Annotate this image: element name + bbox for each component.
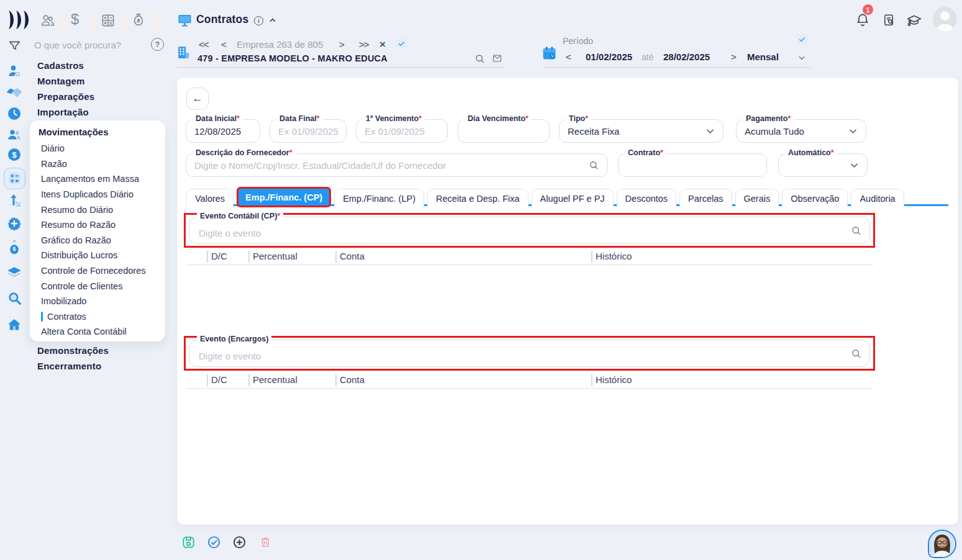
people-module-icon[interactable] [40, 12, 56, 29]
money-bag-icon[interactable]: $ [7, 239, 22, 256]
period-prev-button[interactable]: < [566, 52, 571, 62]
column-historico: Histórico [596, 374, 632, 385]
tab-receita-e-desp-fixa[interactable]: Receita e Desp. Fixa [427, 189, 529, 207]
company-last-button[interactable]: >> [359, 39, 369, 50]
evento-cp-table-header: D/C Percentual Conta Histórico [186, 250, 873, 265]
support-chat-avatar[interactable] [928, 530, 956, 558]
period-until-label: até [642, 52, 653, 62]
app-logo[interactable] [6, 9, 30, 30]
submenu-item-altera-conta-contabil[interactable]: Altera Conta Contábil [39, 324, 165, 340]
sidebar-item-demonstracoes[interactable]: Demonstrações [37, 345, 109, 356]
submenu-item-itens-duplicados-diario[interactable]: Itens Duplicados Diário [39, 187, 165, 202]
sidebar-search-input[interactable]: O que você procura? [34, 40, 146, 50]
tab-observacao[interactable]: Observação [782, 189, 848, 207]
filter-icon[interactable] [8, 39, 21, 52]
graduation-cap-icon[interactable] [905, 12, 923, 29]
delete-button[interactable] [259, 535, 272, 549]
search-icon[interactable] [850, 225, 861, 236]
company-clear-button[interactable]: × [379, 38, 385, 51]
user-avatar[interactable] [933, 7, 957, 31]
period-mode-select[interactable]: Mensal [747, 52, 779, 62]
help-icon[interactable]: ? [151, 38, 164, 51]
tab-parcelas[interactable]: Parcelas [679, 189, 732, 207]
tab-aluguel-pf-e-pj[interactable]: Aluguel PF e PJ [532, 189, 614, 207]
calculator-module-icon[interactable] [100, 12, 116, 29]
company-search-icon[interactable] [474, 53, 486, 65]
company-checkbox[interactable] [396, 38, 407, 49]
info-icon[interactable]: i [254, 16, 263, 25]
submenu-item-imobilizado[interactable]: Imobilizado [39, 294, 165, 309]
back-button[interactable]: ← [186, 88, 209, 110]
confirm-button[interactable] [207, 535, 221, 549]
moneybag-module-icon[interactable] [130, 12, 147, 28]
search-icon[interactable] [588, 160, 599, 171]
sidebar-item-montagem[interactable]: Montagem [37, 76, 85, 86]
company-mail-icon[interactable] [491, 53, 503, 63]
data-final-field[interactable]: Data Final* Ex 01/09/2025 [270, 119, 347, 143]
search-icon[interactable] [850, 348, 861, 359]
submenu-item-controle-de-clientes[interactable]: Controle de Clientes [39, 278, 165, 294]
save-button[interactable] [181, 535, 196, 549]
calculator-icon-active[interactable] [4, 168, 25, 189]
column-historico: Histórico [596, 251, 632, 261]
document-search-icon[interactable] [882, 12, 896, 28]
tab-descontos[interactable]: Descontos [617, 189, 677, 207]
dollar-circle-icon[interactable]: $ [7, 147, 22, 162]
dollar-module-icon[interactable]: $ [71, 11, 87, 27]
submenu-item-resumo-do-razao[interactable]: Resumo do Razão [39, 217, 165, 233]
layers-icon[interactable] [6, 266, 22, 280]
tab-emp-financ-lp[interactable]: Emp./Financ. (LP) [334, 189, 424, 207]
sidebar-item-cadastros[interactable]: Cadastros [37, 60, 84, 71]
user-gear-icon[interactable] [7, 63, 22, 78]
tab-auditoria[interactable]: Auditoria [851, 189, 904, 207]
submenu-item-grafico-do-razao[interactable]: Gráfico do Razão [39, 233, 165, 248]
sidebar-item-importacao[interactable]: Importação [37, 107, 89, 117]
dia-vencimento-field[interactable]: Dia Vencimento* [458, 119, 550, 143]
submenu-item-distribuicao-lucros[interactable]: Distribuição Lucros [39, 248, 165, 263]
trend-percent-icon[interactable] [7, 192, 22, 209]
sidebar-item-movimentacoes[interactable]: Movimentações [39, 127, 165, 137]
data-inicial-field[interactable]: Data Inicial* 12/08/2025 [186, 119, 260, 143]
company-first-button[interactable]: << [199, 39, 209, 50]
tipo-select[interactable]: Tipo* Receita Fixa [559, 119, 724, 143]
period-checkbox[interactable] [797, 34, 807, 45]
tab-gerais[interactable]: Gerais [735, 189, 779, 207]
users-icon[interactable] [6, 127, 22, 142]
clock-icon[interactable] [7, 106, 22, 121]
search-module-icon[interactable] [7, 291, 22, 306]
period-end-date[interactable]: 28/02/2025 [663, 52, 710, 62]
descricao-fornecedor-field[interactable]: Descrição do Fornecedor* Digite o Nome/C… [186, 153, 608, 177]
evento-contabil-cp-field[interactable]: Evento Contábil (CP)* Digite o evento [189, 217, 870, 244]
handshake-icon[interactable] [6, 86, 23, 100]
submenu-item-contratos-active[interactable]: Contratos [39, 309, 165, 325]
company-next-button[interactable]: > [339, 39, 344, 50]
collapse-chevron-up-icon[interactable] [268, 16, 278, 25]
sidebar-item-encerramento[interactable]: Encerramento [37, 361, 101, 371]
active-item-indicator [41, 312, 43, 322]
submenu-item-lancamentos-em-massa[interactable]: Lançamentos em Massa [39, 171, 165, 187]
home-icon[interactable] [6, 317, 22, 332]
add-button[interactable] [232, 535, 247, 549]
period-mode-chevron-down-icon[interactable] [796, 53, 807, 62]
notification-badge: 1 [863, 4, 873, 15]
gear-icon[interactable] [6, 215, 22, 232]
tab-emp-financ-cp[interactable]: Emp./Financ. (CP) [237, 187, 331, 207]
primeiro-vencimento-field[interactable]: 1º Vencimento* Ex 01/09/2025 [356, 119, 448, 143]
period-start-date[interactable]: 01/02/2025 [586, 52, 632, 62]
contrato-field[interactable]: Contrato* [618, 153, 767, 177]
evento-encargos-field[interactable]: Evento (Encargos) Digite o evento [189, 340, 870, 367]
company-prev-button[interactable]: < [221, 39, 226, 50]
automatico-select[interactable]: Automático* [778, 153, 868, 177]
sidebar-item-preparacoes[interactable]: Preparações [37, 91, 94, 102]
tab-valores[interactable]: Valores [186, 189, 234, 207]
column-percentual: Percentual [253, 251, 297, 261]
period-next-button[interactable]: > [731, 52, 736, 62]
company-counter: Empresa 263 de 805 [237, 39, 323, 50]
pagamento-select[interactable]: Pagamento* Acumula Tudo [736, 119, 866, 143]
calendar-icon [542, 45, 557, 61]
submenu-item-diario[interactable]: Diário [39, 141, 165, 156]
module-separator [61, 11, 66, 30]
submenu-item-razao[interactable]: Razão [39, 156, 165, 172]
submenu-item-controle-de-fornecedores[interactable]: Controle de Fornecedores [39, 263, 165, 279]
submenu-item-resumo-do-diario[interactable]: Resumo do Diário [39, 202, 165, 217]
